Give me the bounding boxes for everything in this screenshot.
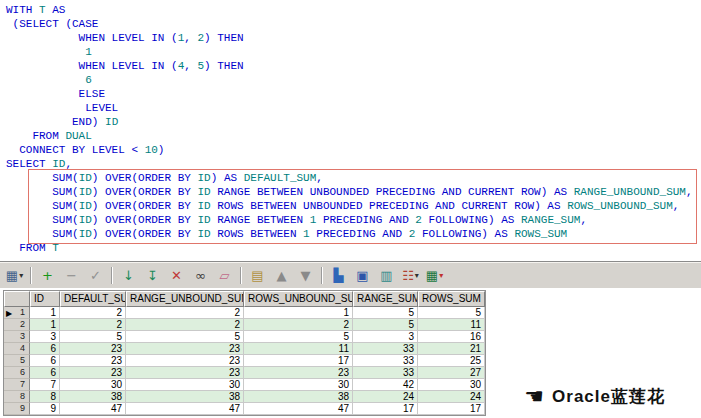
column-header-range_unbound_sum[interactable]: RANGE_UNBOUND_SUM [126,291,244,307]
data-to-excel-button[interactable]: ▦▾ [423,264,446,287]
table-cell[interactable]: 47 [60,403,126,415]
graph-button[interactable]: ▙ [327,264,350,287]
table-cell[interactable]: 2 [244,319,353,331]
sort-descending-button[interactable]: ▼ [294,264,317,287]
code-line: SUM(ID) OVER(ORDER BY ID ROWS BETWEEN 1 … [6,227,701,241]
column-header-range_sum[interactable]: RANGE_SUM [353,291,418,307]
column-header-rows_sum[interactable]: ROWS_SUM [418,291,485,307]
chart-icon: ▙ [334,269,344,282]
arrow-down-icon: ↓ [123,269,134,282]
table-cell[interactable]: 23 [60,343,126,355]
row-indicator[interactable]: 7 [4,379,30,391]
table-cell[interactable]: 7 [30,379,60,391]
table-cell[interactable]: 33 [353,343,418,355]
table-cell[interactable]: 2 [60,319,126,331]
table-cell[interactable]: 16 [418,331,485,343]
table-cell[interactable]: 30 [60,379,126,391]
table-cell[interactable]: 5 [353,319,418,331]
sort-ascending-button[interactable]: ▲ [270,264,293,287]
table-cell[interactable]: 38 [60,391,126,403]
table-cell[interactable]: 38 [244,391,353,403]
print-button[interactable]: ▥ [375,264,398,287]
delete-record-button[interactable]: − [60,264,83,287]
row-indicator[interactable]: 6 [4,367,30,379]
table-cell[interactable]: 17 [244,355,353,367]
fetch-next-page-button[interactable]: ↓ [117,264,140,287]
row-indicator[interactable]: 8 [4,391,30,403]
table-cell[interactable]: 23 [126,367,244,379]
table-cell[interactable]: 42 [353,379,418,391]
break-button[interactable]: ✕ [165,264,188,287]
row-indicator[interactable]: 4 [4,343,30,355]
table-cell[interactable]: 5 [244,331,353,343]
table-cell[interactable]: 30 [126,379,244,391]
table-cell[interactable]: 5 [418,307,485,319]
table-cell[interactable]: 11 [244,343,353,355]
indicator-column-header[interactable] [4,291,30,307]
row-indicator[interactable]: 2 [4,319,30,331]
table-cell[interactable]: 47 [244,403,353,415]
table-cell[interactable]: 2 [126,319,244,331]
table-cell[interactable]: 47 [126,403,244,415]
row-indicator[interactable]: 3 [4,331,30,343]
table-cell[interactable]: 8 [30,391,60,403]
table-cell[interactable]: 23 [244,367,353,379]
table-cell[interactable]: 17 [353,403,418,415]
post-changes-button[interactable]: ✓ [84,264,107,287]
table-cell[interactable]: 17 [418,403,485,415]
table-cell[interactable]: 6 [30,367,60,379]
dropdown-arrow-icon: ▾ [19,269,23,282]
table-cell[interactable]: 5 [353,307,418,319]
table-cell[interactable]: 23 [60,355,126,367]
single-record-view-button[interactable]: ▤ [246,264,269,287]
table-cell[interactable]: 30 [244,379,353,391]
toolbar-separator [111,267,113,284]
table-cell[interactable]: 1 [244,307,353,319]
table-cell[interactable]: 27 [418,367,485,379]
column-header-id[interactable]: ID [30,291,60,307]
table-cell[interactable]: 24 [353,391,418,403]
table-cell[interactable]: 5 [126,331,244,343]
table-cell[interactable]: 3 [30,331,60,343]
code-line: END) ID [6,115,701,129]
table-row: 994747471717 [4,403,485,415]
row-indicator[interactable]: ▶1 [4,307,30,319]
insert-record-button[interactable]: + [36,264,59,287]
table-row: ▶1122155 [4,307,485,319]
table-cell[interactable]: 25 [418,355,485,367]
table-cell[interactable]: 23 [126,343,244,355]
row-indicator[interactable]: 9 [4,403,30,415]
table-cell[interactable]: 9 [30,403,60,415]
table-cell[interactable]: 1 [30,319,60,331]
table-row: 773030304230 [4,379,485,391]
table-cell[interactable]: 38 [126,391,244,403]
column-header-rows_unbound_sum[interactable]: ROWS_UNBOUND_SUM [244,291,353,307]
fetch-last-page-button[interactable]: ↧ [141,264,164,287]
table-cell[interactable]: 1 [30,307,60,319]
table-cell[interactable]: 30 [418,379,485,391]
table-cell[interactable]: 5 [60,331,126,343]
row-indicator[interactable]: 5 [4,355,30,367]
table-cell[interactable]: 3 [353,331,418,343]
table-cell[interactable]: 24 [418,391,485,403]
table-cell[interactable]: 33 [353,367,418,379]
sql-editor[interactable]: WITH T AS (SELECT (CASE WHEN LEVEL IN (1… [0,0,701,262]
clear-button[interactable]: ▱ [213,264,236,287]
column-header-default_sum[interactable]: DEFAULT_SUM [60,291,126,307]
grid-body: ▶112215521222511335553164623231133215623… [4,307,485,415]
table-cell[interactable]: 11 [418,319,485,331]
export-results-button[interactable]: ☷▾ [399,264,422,287]
find-button[interactable]: ∞ [189,264,212,287]
grid-mode-button[interactable]: ▦▾ [3,264,26,287]
table-cell[interactable]: 2 [60,307,126,319]
table-cell[interactable]: 2 [126,307,244,319]
table-cell[interactable]: 23 [60,367,126,379]
table-cell[interactable]: 6 [30,355,60,367]
code-line: (SELECT (CASE [6,17,701,31]
table-cell[interactable]: 23 [126,355,244,367]
save-results-button[interactable]: ▣ [351,264,374,287]
table-cell[interactable]: 33 [353,355,418,367]
disk-icon: ▣ [356,269,368,282]
table-cell[interactable]: 21 [418,343,485,355]
table-cell[interactable]: 6 [30,343,60,355]
